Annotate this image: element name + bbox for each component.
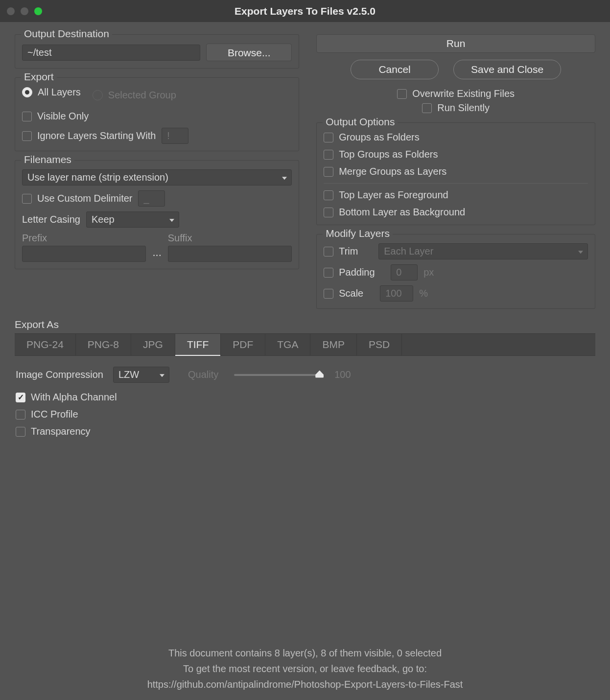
checkbox-overwrite[interactable]: Overwrite Existing Files [397, 88, 515, 99]
tab-tiff[interactable]: TIFF [175, 334, 221, 355]
suffix-label: Suffix [168, 233, 292, 244]
checkbox-bottom-layer-bg[interactable]: Bottom Layer as Background [324, 207, 588, 218]
quality-label: Quality [188, 369, 218, 380]
tab-tga[interactable]: TGA [265, 334, 310, 355]
scale-input [380, 285, 413, 302]
checkbox-transparency[interactable]: Transparency [16, 426, 594, 437]
checkbox-trim[interactable]: Trim [324, 246, 373, 257]
checkbox-scale[interactable]: Scale [324, 288, 374, 299]
scale-unit: % [419, 288, 428, 299]
window-title: Export Layers To Files v2.5.0 [0, 5, 610, 17]
output-path-input[interactable] [22, 45, 200, 61]
filenames-fieldset: Filenames Use layer name (strip extensio… [15, 160, 299, 269]
footer-line3: https://github.com/antipalindrome/Photos… [0, 677, 610, 692]
tab-png24[interactable]: PNG-24 [15, 334, 76, 355]
footer-line2: To get the most recent version, or leave… [0, 661, 610, 677]
radio-all-layers[interactable]: All Layers [22, 87, 81, 98]
filenames-legend: Filenames [21, 154, 74, 165]
run-button[interactable]: Run [316, 34, 595, 53]
export-legend: Export [21, 71, 57, 83]
prefix-label: Prefix [22, 233, 146, 244]
titlebar: Export Layers To Files v2.5.0 [0, 0, 610, 22]
checkbox-padding[interactable]: Padding [324, 267, 385, 278]
quality-value: 100 [334, 369, 351, 380]
save-close-button[interactable]: Save and Close [453, 60, 561, 79]
footer-line1: This document contains 8 layer(s), 8 of … [0, 645, 610, 661]
trim-select: Each Layer [378, 243, 588, 259]
letter-casing-select[interactable]: Keep [86, 211, 179, 228]
letter-casing-label: Letter Casing [22, 214, 80, 225]
checkbox-visible-only[interactable]: Visible Only [22, 111, 292, 122]
checkbox-alpha-channel[interactable]: With Alpha Channel [16, 392, 594, 403]
output-options-legend: Output Options [323, 116, 398, 128]
checkbox-custom-delimiter[interactable]: Use Custom Delimiter [22, 193, 132, 204]
checkbox-icc-profile[interactable]: ICC Profile [16, 409, 594, 420]
checkbox-ignore-prefix[interactable]: Ignore Layers Starting With [22, 130, 156, 141]
radio-selected-group: Selected Group [93, 90, 176, 101]
checkbox-merge-groups[interactable]: Merge Groups as Layers [324, 166, 588, 177]
cancel-button[interactable]: Cancel [351, 60, 439, 79]
tab-png8[interactable]: PNG-8 [76, 334, 131, 355]
options-divider [324, 183, 588, 184]
checkbox-groups-as-folders[interactable]: Groups as Folders [324, 132, 588, 143]
quality-slider[interactable] [234, 374, 320, 376]
compression-label: Image Compression [16, 369, 103, 380]
output-options-fieldset: Output Options Groups as Folders Top Gro… [316, 122, 595, 225]
suffix-input[interactable] [168, 246, 292, 262]
output-destination-legend: Output Destination [21, 28, 112, 40]
checkbox-run-silently[interactable]: Run Silently [422, 102, 490, 114]
export-as-tabs: PNG-24 PNG-8 JPG TIFF PDF TGA BMP PSD [15, 333, 595, 356]
compression-select[interactable]: LZW [113, 367, 169, 383]
tab-bmp[interactable]: BMP [310, 334, 357, 355]
export-fieldset: Export All Layers Selected Group Visible… [15, 77, 299, 151]
checkbox-top-groups-as-folders[interactable]: Top Groups as Folders [324, 149, 588, 160]
filename-ellipsis: ... [151, 246, 163, 259]
tab-psd[interactable]: PSD [357, 334, 402, 355]
tab-jpg[interactable]: JPG [131, 334, 175, 355]
modify-layers-legend: Modify Layers [323, 228, 393, 239]
padding-input [391, 264, 418, 280]
checkbox-top-layer-fg[interactable]: Top Layer as Foreground [324, 189, 588, 201]
prefix-input[interactable] [22, 246, 146, 262]
modify-layers-fieldset: Modify Layers Trim Each Layer Padding px [316, 234, 595, 309]
footer-info: This document contains 8 layer(s), 8 of … [0, 645, 610, 692]
browse-button[interactable]: Browse... [206, 44, 292, 61]
output-destination-fieldset: Output Destination Browse... [15, 34, 299, 69]
filename-template-select[interactable]: Use layer name (strip extension) [22, 169, 292, 186]
custom-delimiter-input [138, 190, 165, 207]
export-as-label: Export As [15, 319, 595, 330]
padding-unit: px [423, 267, 434, 278]
ignore-prefix-input [162, 128, 188, 144]
tab-pdf[interactable]: PDF [221, 334, 265, 355]
